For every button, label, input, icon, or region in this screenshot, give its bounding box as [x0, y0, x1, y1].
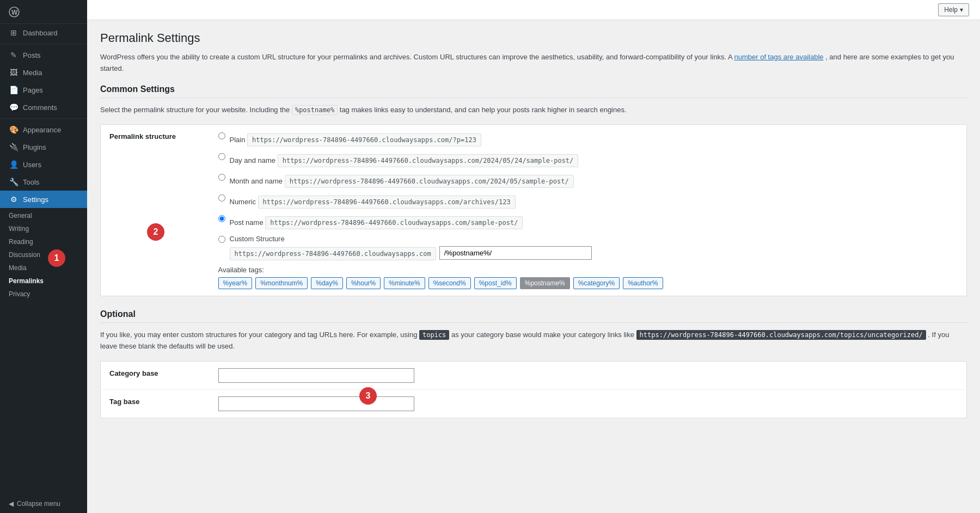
- sidebar-item-label: Users: [23, 161, 41, 169]
- settings-submenu: General Writing Reading Discussion Media…: [0, 209, 87, 301]
- optional-title: Optional: [100, 309, 967, 323]
- sidebar-item-users[interactable]: 👤 Users: [0, 156, 87, 173]
- appearance-icon: 🎨: [9, 125, 19, 135]
- numeric-url: https://wordpress-784896-4497660.cloudwa…: [258, 196, 516, 209]
- tag-base-input[interactable]: [218, 396, 414, 411]
- help-label: Help: [944, 6, 958, 14]
- radio-numeric[interactable]: [218, 194, 225, 201]
- radio-custom[interactable]: [218, 236, 225, 243]
- media-icon: 🖼: [9, 68, 19, 77]
- sidebar-brand: W: [0, 0, 87, 24]
- tag-base-row: Tag base: [101, 389, 967, 418]
- sidebar-separator: [0, 44, 87, 44]
- radio-post-name[interactable]: [218, 215, 225, 222]
- badge-1: 1: [48, 249, 65, 267]
- collapse-label: Collapse menu: [17, 500, 60, 508]
- radio-month-name[interactable]: [218, 174, 225, 181]
- tag-category[interactable]: %category%: [573, 277, 620, 289]
- sidebar-item-comments[interactable]: 💬 Comments: [0, 99, 87, 116]
- radio-plain-label[interactable]: Plain: [230, 136, 246, 144]
- available-tags-label: Available tags:: [218, 266, 264, 274]
- sidebar-sub-media[interactable]: Media: [0, 261, 87, 274]
- available-tags-section: Available tags: %year% %monthnum% %day% …: [218, 266, 958, 289]
- day-name-url: https://wordpress-784896-4497660.cloudwa…: [278, 154, 579, 167]
- sidebar: W ⊞ Dashboard ✎ Posts 🖼 Media 📄 Pages 💬 …: [0, 0, 87, 513]
- tag-day[interactable]: %day%: [311, 277, 343, 289]
- sidebar-item-label: Settings: [23, 196, 48, 204]
- permalink-structure-row: Permalink structure Plain https://wordpr…: [101, 125, 967, 296]
- help-chevron-icon: ▾: [960, 6, 963, 14]
- badge-2: 2: [147, 223, 164, 241]
- pages-icon: 📄: [9, 85, 19, 95]
- sidebar-sub-reading[interactable]: Reading: [0, 235, 87, 248]
- tag-minute[interactable]: %minute%: [384, 277, 425, 289]
- plugins-icon: 🔌: [9, 142, 19, 152]
- tags-link[interactable]: number of tags are available: [734, 53, 823, 61]
- page-content: Permalink Settings WordPress offers you …: [87, 20, 980, 513]
- month-name-url: https://wordpress-784896-4497660.cloudwa…: [285, 175, 574, 188]
- users-icon: 👤: [9, 160, 19, 169]
- radio-numeric-label[interactable]: Numeric: [230, 198, 256, 206]
- tag-monthnum[interactable]: %monthnum%: [255, 277, 308, 289]
- radio-day-name[interactable]: [218, 153, 225, 160]
- topbar: Help ▾: [87, 0, 980, 20]
- page-title: Permalink Settings: [100, 31, 967, 45]
- sidebar-item-media[interactable]: 🖼 Media: [0, 64, 87, 81]
- help-button[interactable]: Help ▾: [938, 3, 969, 16]
- sidebar-item-tools[interactable]: 🔧 Tools: [0, 173, 87, 191]
- sidebar-item-label: Media: [23, 69, 42, 77]
- category-base-input[interactable]: [218, 368, 414, 383]
- sidebar-sub-general[interactable]: General: [0, 209, 87, 222]
- sidebar-item-label: Posts: [23, 51, 41, 59]
- sidebar-sub-permalinks[interactable]: Permalinks: [0, 274, 87, 288]
- sidebar-item-plugins[interactable]: 🔌 Plugins: [0, 138, 87, 156]
- sidebar-item-dashboard[interactable]: ⊞ Dashboard: [0, 24, 87, 41]
- tag-author[interactable]: %author%: [623, 277, 663, 289]
- page-description: WordPress offers you the ability to crea…: [100, 52, 967, 75]
- tag-year[interactable]: %year%: [218, 277, 253, 289]
- sidebar-sub-discussion[interactable]: Discussion: [0, 248, 87, 261]
- sidebar-item-settings[interactable]: ⚙ Settings: [0, 191, 87, 208]
- sidebar-separator: [0, 118, 87, 119]
- custom-base-url: https://wordpress-784896-4497660.cloudwa…: [230, 247, 436, 260]
- sidebar-item-label: Appearance: [23, 126, 61, 134]
- radio-option-month-name: Month and name https://wordpress-784896-…: [218, 173, 958, 188]
- custom-structure-row: https://wordpress-784896-4497660.cloudwa…: [230, 245, 592, 260]
- tag-base-label: Tag base: [101, 389, 210, 418]
- main-content-area: Help ▾ Permalink Settings WordPress offe…: [87, 0, 980, 513]
- comments-icon: 💬: [9, 102, 19, 112]
- tag-post-id[interactable]: %post_id%: [474, 277, 517, 289]
- post-name-url: https://wordpress-784896-4497660.cloudwa…: [265, 216, 523, 229]
- radio-option-plain: Plain https://wordpress-784896-4497660.c…: [218, 131, 958, 146]
- dashboard-icon: ⊞: [9, 28, 19, 38]
- tags-list: %year% %monthnum% %day% %hour% %minute% …: [218, 277, 958, 289]
- category-base-row: Category base: [101, 361, 967, 389]
- tag-second[interactable]: %second%: [428, 277, 471, 289]
- radio-month-name-label[interactable]: Month and name: [230, 177, 283, 185]
- sidebar-item-appearance[interactable]: 🎨 Appearance: [0, 121, 87, 138]
- radio-plain[interactable]: [218, 132, 225, 139]
- sidebar-sub-privacy[interactable]: Privacy: [0, 288, 87, 301]
- collapse-menu-button[interactable]: ◀ Collapse menu: [0, 494, 87, 513]
- tag-postname[interactable]: %postname%: [520, 277, 570, 289]
- optional-settings-table: Category base Tag base: [100, 361, 967, 418]
- permalink-structure-label: Permalink structure: [101, 125, 210, 296]
- wp-logo-icon: W: [9, 7, 20, 17]
- sidebar-item-posts[interactable]: ✎ Posts: [0, 46, 87, 64]
- sidebar-sub-writing[interactable]: Writing: [0, 222, 87, 235]
- radio-day-name-label[interactable]: Day and name: [230, 156, 276, 164]
- radio-post-name-label[interactable]: Post name: [230, 218, 264, 227]
- postname-code: %postname%: [292, 105, 338, 115]
- tag-hour[interactable]: %hour%: [346, 277, 381, 289]
- custom-structure-input[interactable]: [439, 246, 592, 260]
- radio-custom-label[interactable]: Custom Structure: [230, 235, 285, 243]
- tools-icon: 🔧: [9, 177, 19, 187]
- optional-code2: https://wordpress-784896-4497660.cloudwa…: [636, 330, 926, 340]
- category-base-label: Category base: [101, 361, 210, 389]
- common-settings-desc: Select the permalink structure for your …: [100, 105, 967, 116]
- collapse-icon: ◀: [9, 500, 14, 508]
- permalink-settings-table: Permalink structure Plain https://wordpr…: [100, 124, 967, 296]
- sidebar-item-pages[interactable]: 📄 Pages: [0, 81, 87, 99]
- permalink-structure-options: Plain https://wordpress-784896-4497660.c…: [210, 125, 967, 296]
- settings-icon: ⚙: [9, 194, 19, 204]
